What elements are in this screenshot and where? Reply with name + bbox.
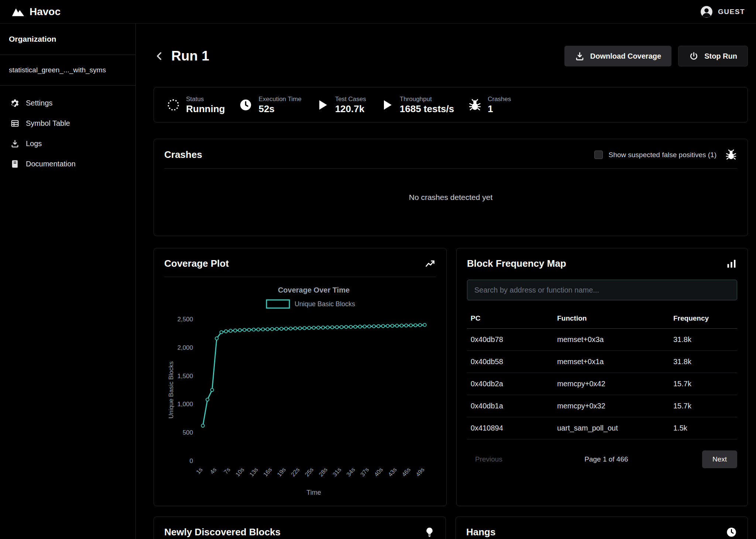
cell-frequency: 31.8k xyxy=(670,351,737,373)
table-row[interactable]: 0x40db2a memcpy+0x42 15.7k xyxy=(467,373,737,395)
false-positives-toggle: Show suspected false positives (1) xyxy=(594,149,737,161)
sidebar-item-label: Settings xyxy=(26,99,52,107)
sidebar-nav: Settings Symbol Table Logs Documentation xyxy=(0,86,135,182)
stat-label: Test Cases xyxy=(335,96,366,103)
username: GUEST xyxy=(718,8,745,16)
svg-text:10s: 10s xyxy=(234,466,245,478)
page-indicator: Page 1 of 466 xyxy=(584,455,628,463)
cell-pc: 0x40db2a xyxy=(467,373,553,395)
table-row[interactable]: 0x40db1a memcpy+0x32 15.7k xyxy=(467,395,737,417)
cell-frequency: 31.8k xyxy=(670,329,737,351)
sidebar-item-label: Logs xyxy=(26,139,42,148)
book-icon xyxy=(10,159,20,169)
sidebar-item-logs[interactable]: Logs xyxy=(4,134,132,153)
bug-icon xyxy=(725,149,737,161)
page-title: Run 1 xyxy=(171,48,209,64)
stat-status: Status Running xyxy=(166,96,225,114)
svg-text:Unique Basic Blocks: Unique Basic Blocks xyxy=(168,362,175,419)
svg-text:2,000: 2,000 xyxy=(177,344,193,351)
stat-value: 1 xyxy=(488,104,511,114)
stop-run-button[interactable]: Stop Run xyxy=(678,46,748,66)
hangs-title: Hangs xyxy=(466,526,495,538)
download-icon xyxy=(575,51,585,61)
stop-run-label: Stop Run xyxy=(704,52,737,61)
sidebar: Organization statistical_green_..._with_… xyxy=(0,24,136,539)
previous-page-button[interactable]: Previous xyxy=(467,450,511,468)
coverage-over-time-chart: Coverage Over TimeUnique Basic BlocksUni… xyxy=(164,282,436,499)
coverage-chart: Coverage Over TimeUnique Basic BlocksUni… xyxy=(164,282,436,499)
stat-value: 1685 tests/s xyxy=(400,104,454,114)
coverage-plot-title: Coverage Plot xyxy=(164,258,229,269)
table-icon xyxy=(10,119,20,128)
back-chevron-icon[interactable] xyxy=(154,50,165,62)
sidebar-item-settings[interactable]: Settings xyxy=(4,94,132,113)
table-row[interactable]: 0x40db58 memset+0x1a 31.8k xyxy=(467,351,737,373)
cell-frequency: 1.5k xyxy=(670,417,737,439)
project-name[interactable]: statistical_green_..._with_syms xyxy=(9,66,127,74)
next-page-button[interactable]: Next xyxy=(702,450,737,468)
bug-icon xyxy=(468,98,482,112)
svg-text:49s: 49s xyxy=(415,466,426,478)
search-input[interactable] xyxy=(467,280,737,300)
svg-text:1,500: 1,500 xyxy=(177,373,193,380)
sidebar-item-label: Documentation xyxy=(26,160,76,168)
play-icon xyxy=(380,98,394,112)
spinner-icon xyxy=(168,99,179,111)
sidebar-item-documentation[interactable]: Documentation xyxy=(4,155,132,173)
cell-function: memset+0x1a xyxy=(553,351,670,373)
run-stats-card: Status Running Execution Time 52s Test C… xyxy=(154,87,748,122)
sidebar-item-label: Symbol Table xyxy=(26,119,70,128)
svg-text:31s: 31s xyxy=(331,466,343,478)
svg-text:Unique Basic Blocks: Unique Basic Blocks xyxy=(295,300,355,308)
lightbulb-icon xyxy=(424,526,435,538)
table-row[interactable]: 0x410894 uart_sam_poll_out 1.5k xyxy=(467,417,737,439)
table-row[interactable]: 0x40db78 memset+0x3a 31.8k xyxy=(467,329,737,351)
false-positives-label: Show suspected false positives (1) xyxy=(608,151,717,159)
svg-text:7s: 7s xyxy=(223,466,231,475)
cell-function: memcpy+0x32 xyxy=(553,395,670,417)
bar-chart-icon xyxy=(726,258,737,269)
svg-text:1,000: 1,000 xyxy=(177,401,193,408)
newly-discovered-blocks-title: Newly Discovered Blocks xyxy=(164,526,281,538)
svg-text:25s: 25s xyxy=(304,466,315,478)
false-positives-checkbox[interactable] xyxy=(594,151,603,159)
page-header: Run 1 Download Coverage Stop Run xyxy=(154,46,748,66)
sidebar-item-symbol-table[interactable]: Symbol Table xyxy=(4,114,132,133)
column-header-frequency: Frequency xyxy=(670,308,737,329)
gear-icon xyxy=(10,99,20,108)
clock-icon xyxy=(239,98,252,112)
user-menu[interactable]: GUEST xyxy=(700,5,745,19)
cell-frequency: 15.7k xyxy=(670,373,737,395)
cell-function: memset+0x3a xyxy=(553,329,670,351)
stat-label: Crashes xyxy=(488,96,511,103)
crashes-title: Crashes xyxy=(164,149,202,160)
download-coverage-button[interactable]: Download Coverage xyxy=(564,46,671,66)
mountain-logo-icon xyxy=(11,7,25,17)
brand[interactable]: Havoc xyxy=(11,6,61,18)
crashes-card: Crashes Show suspected false positives (… xyxy=(154,139,748,236)
line-chart-icon xyxy=(425,258,436,269)
newly-discovered-blocks-card: Newly Discovered Blocks xyxy=(154,516,446,539)
svg-text:0: 0 xyxy=(190,457,193,464)
pagination: Previous Page 1 of 466 Next xyxy=(467,450,737,468)
clock-icon xyxy=(726,526,737,538)
cell-frequency: 15.7k xyxy=(670,395,737,417)
topbar: Havoc GUEST xyxy=(0,0,756,24)
svg-text:37s: 37s xyxy=(359,466,370,478)
brand-name: Havoc xyxy=(30,6,61,18)
svg-text:34s: 34s xyxy=(345,466,356,478)
svg-text:Coverage Over Time: Coverage Over Time xyxy=(278,286,350,294)
stat-label: Throughput xyxy=(400,96,454,103)
crashes-empty-message: No crashes detected yet xyxy=(164,169,737,226)
divider xyxy=(164,277,436,277)
stat-value: 120.7k xyxy=(335,104,366,114)
svg-text:2,500: 2,500 xyxy=(177,316,193,323)
org-section: Organization xyxy=(0,24,135,55)
svg-text:1s: 1s xyxy=(195,466,204,475)
cell-pc: 0x40db58 xyxy=(467,351,553,373)
svg-text:40s: 40s xyxy=(373,466,384,478)
column-header-function: Function xyxy=(553,308,670,329)
svg-text:28s: 28s xyxy=(317,466,329,478)
stat-execution-time: Execution Time 52s xyxy=(239,96,301,114)
svg-text:22s: 22s xyxy=(290,466,301,478)
